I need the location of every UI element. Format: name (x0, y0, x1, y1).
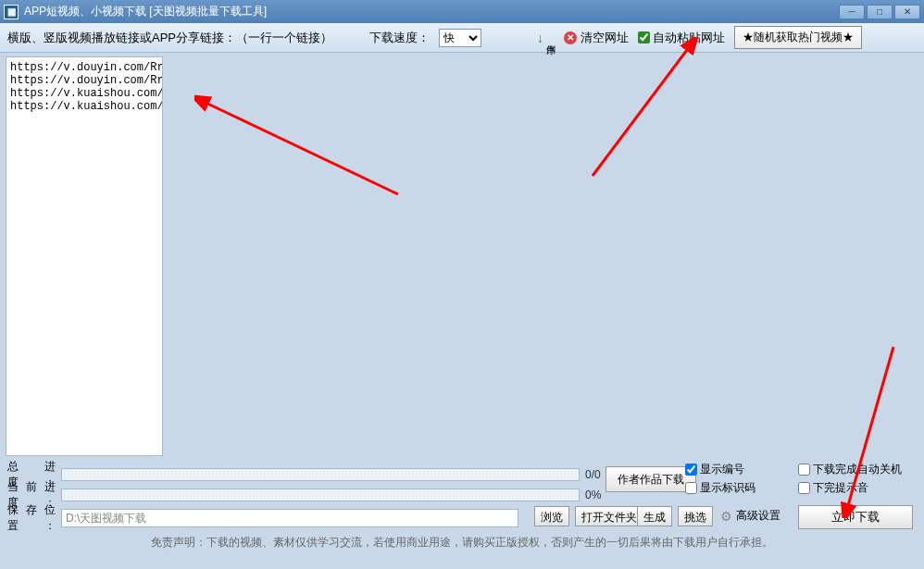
minimize-button[interactable]: ─ (839, 5, 865, 19)
speed-select[interactable]: 快 (439, 29, 481, 47)
window-title: APP短视频、小视频下载 [天图视频批量下载工具] (24, 4, 267, 19)
clear-label: 清空网址 (581, 30, 629, 46)
show-number-checkbox[interactable]: 显示编号 (685, 460, 755, 478)
arrow-down-icon: ↓ (537, 31, 543, 45)
toolbar: 横版、竖版视频播放链接或APP分享链接：（一行一个链接） 下载速度： 快 ↓ 倒… (0, 23, 924, 53)
svg-line-1 (593, 46, 690, 176)
close-button[interactable]: ✕ (894, 5, 920, 19)
input-hint-label: 横版、竖版视频播放链接或APP分享链接：（一行一个链接） (7, 30, 332, 46)
done-sound-checkbox[interactable]: 下完提示音 (798, 478, 902, 497)
titlebar[interactable]: ▦ APP短视频、小视频下载 [天图视频批量下载工具] ─ □ ✕ (0, 0, 924, 23)
clear-icon: ✕ (564, 31, 577, 44)
current-progress-bar (61, 489, 580, 501)
app-icon: ▦ (4, 5, 19, 19)
svg-line-0 (204, 102, 398, 194)
random-hot-button[interactable]: ★随机获取热门视频★ (734, 26, 862, 49)
auto-paste-label: 自动粘贴网址 (653, 30, 725, 46)
auto-paste-checkbox[interactable]: 自动粘贴网址 (638, 30, 725, 46)
pick-button[interactable]: 挑选 (678, 506, 713, 526)
auto-shutdown-checkbox[interactable]: 下载完成自动关机 (798, 460, 902, 478)
save-location-label: 保存位置： (7, 502, 56, 534)
clear-urls-button[interactable]: ✕ 清空网址 (564, 30, 629, 46)
maximize-button[interactable]: □ (867, 5, 893, 19)
annotation-arrow-2 (583, 37, 713, 185)
annotation-arrow-1 (194, 37, 407, 204)
speed-label: 下载速度： (369, 30, 430, 46)
url-textarea[interactable] (6, 56, 163, 456)
author-works-button[interactable]: 作者作品下载 (606, 466, 696, 492)
generate-button[interactable]: 生成 (637, 506, 672, 526)
show-marker-checkbox[interactable]: 显示标识码 (685, 478, 755, 497)
auto-paste-input[interactable] (638, 31, 650, 43)
open-folder-button[interactable]: 打开文件夹 (575, 506, 643, 526)
browse-button[interactable]: 浏览 (534, 506, 569, 526)
download-now-button[interactable]: 立即下载 (798, 505, 913, 529)
total-progress-bar (61, 468, 580, 481)
gear-icon: ⚙ (720, 509, 732, 524)
disclaimer: 免责声明：下载的视频、素材仅供学习交流，若使用商业用途，请购买正版授权，否则产生… (0, 533, 924, 550)
advanced-settings-link[interactable]: ⚙ 高级设置 (720, 508, 780, 524)
sort-button[interactable]: ↓ 倒序 (537, 31, 555, 45)
save-path-input[interactable] (61, 509, 518, 527)
